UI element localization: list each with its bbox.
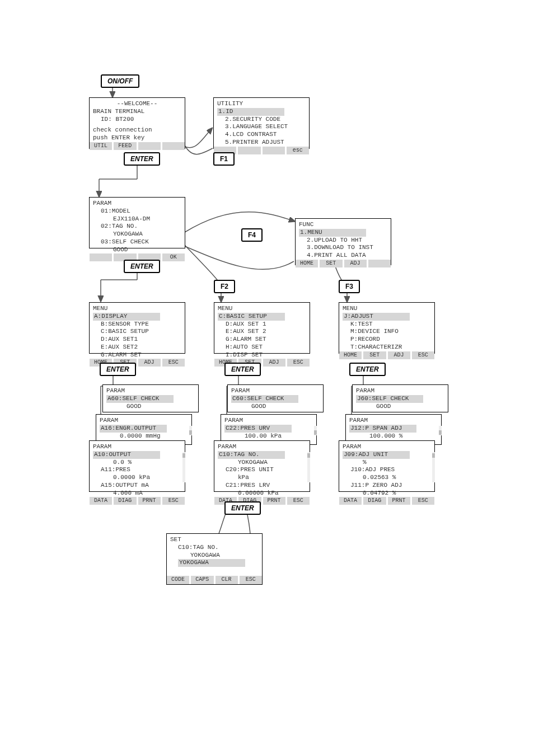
func-f2[interactable]: SET: [320, 260, 344, 267]
pjb-f4[interactable]: ESC: [412, 497, 434, 505]
pam-v: 0.0000 mmHg: [100, 433, 188, 440]
mc-l3: E:AUX SET 2: [218, 328, 306, 336]
set-f2[interactable]: CAPS: [191, 576, 215, 584]
pcb-f4[interactable]: ESC: [287, 497, 310, 505]
mj-title: MENU: [343, 305, 431, 313]
set-f3[interactable]: CLR: [216, 576, 240, 584]
pam-sel[interactable]: A16:ENGR.OUTPUT: [100, 425, 167, 433]
screen-set: SET C10:TAG NO. YOKOGAWA YOKOGAWA CODE C…: [166, 533, 263, 585]
utility-sel[interactable]: 1.ID: [217, 108, 284, 116]
pjb-selv: %: [343, 459, 431, 467]
pjb-f3[interactable]: PRNT: [388, 497, 412, 505]
mj-f1[interactable]: HOME: [339, 351, 363, 359]
scrollbar[interactable]: [189, 426, 192, 435]
ma-l6: G:ALARM SET: [93, 351, 181, 359]
welcome-f1[interactable]: UTIL: [90, 142, 114, 150]
pm-l2: 02:TAG NO.: [93, 223, 181, 231]
mc-sel[interactable]: C:BASIC SETUP: [218, 313, 285, 321]
func-f3[interactable]: ADJ: [344, 260, 368, 267]
pcb-f3[interactable]: PRNT: [263, 497, 287, 505]
func-f1[interactable]: HOME: [296, 260, 320, 267]
pab-l3v: 4.000 mA: [93, 490, 181, 497]
func-l2: 2.UPLOAD TO HHT: [299, 237, 387, 245]
ma-l5: E:AUX SET2: [93, 344, 181, 351]
utility-f3[interactable]: [263, 147, 287, 154]
mj-f3[interactable]: ADJ: [388, 351, 412, 359]
mc-l5: H:AUTO SET: [218, 344, 306, 351]
func-l4: 4.PRINT ALL DATA: [299, 252, 387, 260]
screen-func: FUNC 1.MENU 2.UPLOAD TO HHT 3.DOWNLOAD T…: [295, 218, 391, 265]
utility-f2[interactable]: [238, 147, 262, 154]
pat-sel[interactable]: A60:SELF CHECK: [106, 395, 174, 403]
mc-f3[interactable]: ADJ: [263, 359, 287, 367]
func-sel[interactable]: 1.MENU: [299, 229, 366, 237]
pm-l1v: EJX110A-DM: [93, 215, 181, 223]
set-f1[interactable]: CODE: [167, 576, 191, 584]
pcb-l3: C21:PRES LRV: [218, 482, 306, 490]
screen-param-a-top: PARAM A60:SELF CHECK GOOD: [102, 384, 199, 412]
mj-sel[interactable]: J:ADJUST: [343, 313, 410, 321]
pab-f4[interactable]: ESC: [162, 497, 185, 505]
pjm-title: PARAM: [349, 417, 438, 425]
scrollbar[interactable]: [307, 452, 310, 482]
mj-f2[interactable]: SET: [363, 351, 387, 359]
pjb-l2: J10:ADJ PRES: [343, 466, 431, 474]
pjb-sel[interactable]: J09:ADJ UNIT: [343, 451, 410, 459]
utility-title: UTILITY: [217, 100, 306, 108]
pcm-title: PARAM: [224, 417, 313, 425]
func-f4[interactable]: [368, 260, 391, 267]
scrollbar[interactable]: [439, 426, 442, 435]
pjb-l3v: 0.04792 %: [343, 490, 431, 497]
utility-l3: 3.LANGUAGE SELECT: [217, 123, 306, 131]
utility-l5: 5.PRINTER ADJUST: [217, 139, 306, 147]
pjt-v: GOOD: [356, 403, 444, 411]
pjb-l3: J11:P ZERO ADJ: [343, 482, 431, 490]
pcb-l2: C20:PRES UNIT: [218, 466, 306, 474]
pab-f1[interactable]: DATA: [90, 497, 114, 505]
pab-f3[interactable]: PRNT: [138, 497, 162, 505]
pcm-sel[interactable]: C22:PRES URV: [224, 425, 292, 433]
pat-title: PARAM: [106, 387, 195, 395]
mj-f4[interactable]: ESC: [412, 351, 434, 359]
scrollbar[interactable]: [314, 426, 317, 435]
pct-v: GOOD: [231, 403, 320, 411]
mc-f4[interactable]: ESC: [287, 359, 310, 367]
pm-ok[interactable]: OK: [162, 253, 185, 261]
key-f4: F4: [241, 228, 263, 242]
pjt-sel[interactable]: J60:SELF CHECK: [356, 395, 423, 403]
set-sel[interactable]: YOKOGAWA: [178, 559, 245, 567]
pab-f2[interactable]: DIAG: [114, 497, 138, 505]
pcm-v: 100.00 kPa: [224, 433, 313, 440]
utility-l4: 4.LCD CONTRAST: [217, 131, 306, 139]
pcb-sel[interactable]: C10:TAG NO.: [218, 451, 285, 459]
pjb-f1[interactable]: DATA: [339, 497, 363, 505]
key-enter-2: ENTER: [124, 260, 160, 273]
key-f1: F1: [213, 152, 235, 166]
pab-sel[interactable]: A10:OUTPUT: [93, 451, 160, 459]
welcome-f3[interactable]: [138, 142, 162, 150]
pm-l2v: YOKOGAWA: [93, 231, 181, 238]
key-enter-j: ENTER: [349, 363, 386, 376]
utility-f4[interactable]: esc: [287, 147, 309, 154]
scrollbar[interactable]: [432, 452, 435, 482]
pjm-sel[interactable]: J12:P SPAN ADJ: [349, 425, 416, 433]
ma-sel[interactable]: A:DISPLAY: [93, 313, 160, 321]
pm-title: PARAM: [93, 200, 181, 208]
utility-l2: 2.SECURITY CODE: [217, 116, 306, 124]
welcome-f4[interactable]: [162, 142, 185, 150]
set-f4[interactable]: ESC: [240, 576, 262, 584]
screen-welcome: --WELCOME-- BRAIN TERMINAL ID: BT200 che…: [89, 97, 185, 149]
screen-param-a-bot: PARAM A10:OUTPUT 0.0 % A11:PRES 0.0000 k…: [89, 440, 185, 492]
pjb-f2[interactable]: DIAG: [363, 497, 387, 505]
set-title: SET: [170, 536, 259, 544]
func-title: FUNC: [299, 221, 387, 229]
welcome-f2[interactable]: FEED: [114, 142, 138, 150]
ma-f4[interactable]: ESC: [162, 359, 185, 367]
pct-sel[interactable]: C60:SELF CHECK: [231, 395, 298, 403]
pm-l3: 03:SELF CHECK: [93, 238, 181, 246]
pcb-l2v: kPa: [218, 474, 306, 482]
welcome-l4: push ENTER key: [93, 134, 181, 142]
pam-title: PARAM: [100, 417, 188, 425]
ma-f3[interactable]: ADJ: [138, 359, 162, 367]
scrollbar[interactable]: [182, 452, 185, 482]
